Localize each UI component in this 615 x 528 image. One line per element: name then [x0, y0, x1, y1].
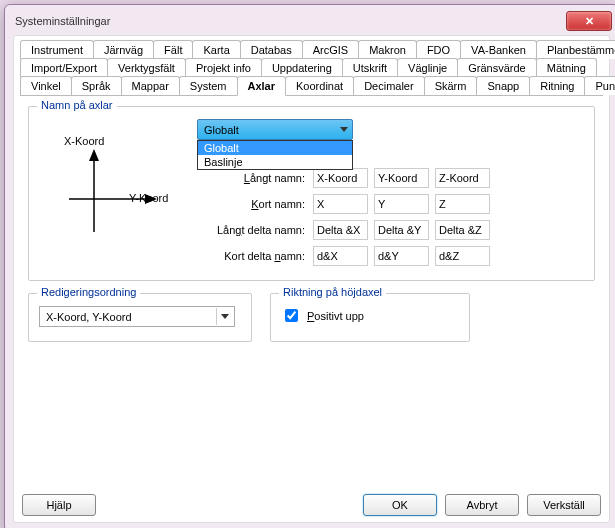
- tab-databas[interactable]: Databas: [240, 40, 303, 59]
- tab-v-glinje[interactable]: Väglinje: [397, 58, 458, 77]
- tab-spr-k[interactable]: Språk: [71, 76, 122, 95]
- long-delta-y[interactable]: [374, 220, 429, 240]
- tab-punktinfo[interactable]: Punktinfo: [584, 76, 615, 95]
- window-title: Systeminställningar: [15, 15, 110, 27]
- ok-button[interactable]: OK: [363, 494, 437, 516]
- tab-mappar[interactable]: Mappar: [121, 76, 180, 95]
- axis-scope-value: Globalt: [204, 124, 239, 136]
- tab-projekt-info[interactable]: Projekt info: [185, 58, 262, 77]
- axis-diagram: X-Koord Y-Koord: [39, 137, 179, 247]
- tab-decimaler[interactable]: Decimaler: [353, 76, 425, 95]
- tab-fdo[interactable]: FDO: [416, 40, 461, 59]
- tab-verktygsf-lt[interactable]: Verktygsfält: [107, 58, 186, 77]
- group-height-direction-title: Riktning på höjdaxel: [279, 286, 386, 298]
- positive-up-row[interactable]: Positivt upp: [281, 306, 459, 325]
- tab-m-tning[interactable]: Mätning: [536, 58, 597, 77]
- positive-up-checkbox[interactable]: [285, 309, 298, 322]
- close-icon: ✕: [585, 15, 594, 28]
- edit-order-value: X-Koord, Y-Koord: [46, 311, 132, 323]
- tab-gr-nsv-rde[interactable]: Gränsvärde: [457, 58, 536, 77]
- group-axis-names-title: Namn på axlar: [37, 99, 117, 111]
- short-name-y[interactable]: [374, 194, 429, 214]
- group-axis-names: Namn på axlar X-Koord Y-Koord: [28, 106, 595, 281]
- group-edit-order-title: Redigeringsordning: [37, 286, 140, 298]
- tab-arcgis[interactable]: ArcGIS: [302, 40, 359, 59]
- tab-system[interactable]: System: [179, 76, 238, 95]
- content-area: InstrumentJärnvägFältKartaDatabasArcGISM…: [13, 35, 610, 523]
- axis-scope-dropdown[interactable]: Globalt Globalt Baslinje: [197, 119, 353, 140]
- axis-scope-list: Globalt Baslinje: [197, 140, 353, 170]
- tab-axlar[interactable]: Axlar: [237, 76, 287, 96]
- long-name-z[interactable]: [435, 168, 490, 188]
- axis-scope-option-baslinje[interactable]: Baslinje: [198, 155, 352, 169]
- group-edit-order: Redigeringsordning X-Koord, Y-Koord: [28, 293, 252, 342]
- long-name-y[interactable]: [374, 168, 429, 188]
- tab-ritning[interactable]: Ritning: [529, 76, 585, 95]
- svg-marker-1: [89, 149, 99, 161]
- close-button[interactable]: ✕: [566, 11, 612, 31]
- tab-planbest-mmelser[interactable]: Planbestämmelser: [536, 40, 615, 59]
- chevron-down-icon: [221, 314, 229, 319]
- axis-scope-option-globalt[interactable]: Globalt: [198, 141, 352, 155]
- tab-makron[interactable]: Makron: [358, 40, 417, 59]
- tab-j-rnv-g[interactable]: Järnväg: [93, 40, 154, 59]
- tab-snapp[interactable]: Snapp: [476, 76, 530, 95]
- label-short-delta: Kort delta namn:: [197, 250, 307, 262]
- tab-instrument[interactable]: Instrument: [20, 40, 94, 59]
- label-long-delta: Långt delta namn:: [197, 224, 307, 236]
- long-delta-z[interactable]: [435, 220, 490, 240]
- tab-strip: InstrumentJärnvägFältKartaDatabasArcGISM…: [20, 40, 603, 96]
- axlar-panel: Namn på axlar X-Koord Y-Koord: [20, 96, 603, 494]
- titlebar: Systeminställningar ✕: [5, 5, 615, 33]
- short-name-x[interactable]: [313, 194, 368, 214]
- settings-dialog: Systeminställningar ✕ InstrumentJärnvägF…: [4, 4, 615, 528]
- long-name-x[interactable]: [313, 168, 368, 188]
- tab-vinkel[interactable]: Vinkel: [20, 76, 72, 95]
- group-height-direction: Riktning på höjdaxel Positivt upp: [270, 293, 470, 342]
- tab-f-lt[interactable]: Fält: [153, 40, 193, 59]
- tab-sk-rm[interactable]: Skärm: [424, 76, 478, 95]
- tab-uppdatering[interactable]: Uppdatering: [261, 58, 343, 77]
- apply-button[interactable]: Verkställ: [527, 494, 601, 516]
- edit-order-combo[interactable]: X-Koord, Y-Koord: [39, 306, 235, 327]
- tab-koordinat[interactable]: Koordinat: [285, 76, 354, 95]
- chevron-down-icon: [340, 127, 348, 132]
- axis-diagram-x-label: X-Koord: [64, 135, 104, 147]
- long-delta-x[interactable]: [313, 220, 368, 240]
- tab-utskrift[interactable]: Utskrift: [342, 58, 398, 77]
- dialog-buttons: Hjälp OK Avbryt Verkställ: [20, 494, 603, 516]
- positive-up-label: Positivt upp: [307, 310, 364, 322]
- tab-karta[interactable]: Karta: [192, 40, 240, 59]
- label-long-name: Långt namn:: [197, 172, 307, 184]
- label-short-name: Kort namn:: [197, 198, 307, 210]
- short-delta-z[interactable]: [435, 246, 490, 266]
- tab-va-banken[interactable]: VA-Banken: [460, 40, 537, 59]
- short-delta-y[interactable]: [374, 246, 429, 266]
- short-delta-x[interactable]: [313, 246, 368, 266]
- help-button[interactable]: Hjälp: [22, 494, 96, 516]
- tab-import-export[interactable]: Import/Export: [20, 58, 108, 77]
- short-name-z[interactable]: [435, 194, 490, 214]
- axis-diagram-y-label: Y-Koord: [129, 192, 168, 204]
- cancel-button[interactable]: Avbryt: [445, 494, 519, 516]
